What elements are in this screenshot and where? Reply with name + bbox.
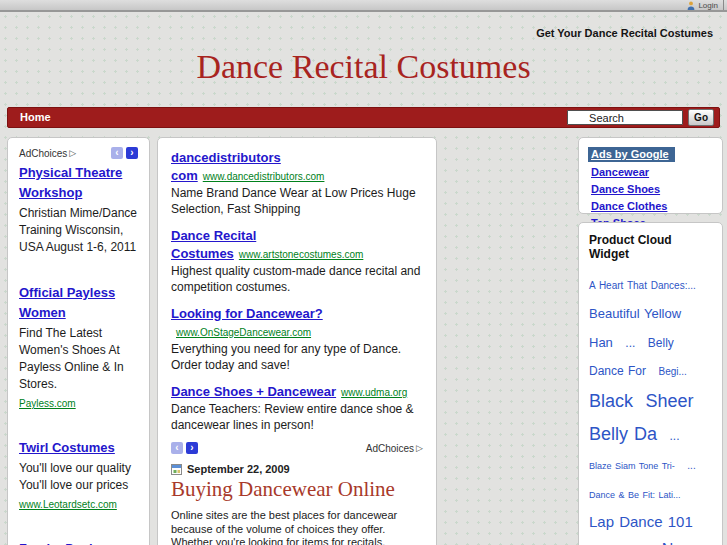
center-ad: Looking for Dancewear?www.OnStageDancewe… [171, 304, 423, 373]
center-ad: dancedistributors comwww.dancedistributo… [171, 148, 423, 217]
center-ad-url-link[interactable]: www.dancedistributors.com [203, 171, 325, 182]
post-date: September 22, 2009 [187, 463, 290, 475]
product-cloud-link[interactable]: Dance & Be Fit: Lati... [589, 490, 681, 500]
ads-by-google-panel: Ads by Google DancewearDance ShoesDance … [578, 137, 723, 214]
center-ad-description: Highest quality custom-made dance recita… [171, 263, 423, 295]
prev-arrow-button[interactable]: ‹ [171, 442, 183, 454]
adchoices-icon: ▷ [69, 148, 76, 158]
blog-post: September 22, 2009 Buying Dancewear Onli… [171, 463, 423, 545]
google-ad-link[interactable]: Dancewear [591, 164, 713, 181]
adchoices-icon: ▷ [416, 443, 423, 453]
center-ad-title-link[interactable]: Dance Shoes + Dancewear [171, 384, 336, 399]
center-ad: Dance Recital Costumeswww.artstonecostum… [171, 226, 423, 295]
product-cloud-links: A Heart That Dances:... Beautiful Yellow… [589, 270, 712, 545]
prev-arrow-button[interactable]: ‹ [111, 147, 123, 159]
center-ad-url-link[interactable]: www.artstonecostumes.com [239, 249, 364, 260]
left-ad-arrows: ‹ › [111, 147, 138, 159]
left-ad: Twirl CostumesYou'll love our quality Yo… [19, 438, 138, 512]
adchoices-label: AdChoices [19, 148, 67, 159]
main-content-panel: dancedistributors comwww.dancedistributo… [157, 137, 437, 545]
product-cloud-link[interactable]: Blaze Siam Tone Tri- [589, 461, 675, 471]
site-tagline: Get Your Dance Recital Costumes [536, 27, 713, 39]
post-body: Online sites are the best places for dan… [171, 509, 423, 545]
center-ads-list: dancedistributors comwww.dancedistributo… [171, 148, 423, 433]
center-ad-description: Name Brand Dance Wear at Low Prices Huge… [171, 185, 423, 217]
center-ad-arrows: ‹ › [171, 442, 198, 454]
center-ad-header: Dance Shoes + Dancewearwww.udma.org [171, 382, 423, 400]
ads-by-google-header: Ads by Google [588, 147, 675, 162]
nav-search-area: Go [567, 109, 714, 126]
login-button[interactable]: Login [687, 0, 724, 10]
site-title: Dance Recital Costumes [0, 48, 727, 86]
google-ad-link[interactable]: Dance Shoes [591, 181, 713, 198]
product-cloud-link[interactable]: ... [625, 336, 635, 350]
product-cloud-link[interactable]: ... [687, 460, 695, 471]
next-arrow-button[interactable]: › [126, 147, 138, 159]
center-ad-description: Dance Teachers: Review entire dance shoe… [171, 401, 423, 433]
center-ad-description: Everything you need for any type of Danc… [171, 341, 423, 373]
nav-home-link[interactable]: Home [20, 108, 51, 127]
left-ad: Physical Theatre WorkshopChristian Mime/… [19, 163, 138, 256]
left-ad-title-link[interactable]: Twirl Costumes [19, 438, 138, 458]
product-cloud-link[interactable]: A Heart That Dances:... [589, 280, 696, 291]
left-ad-url-link[interactable]: Payless.com [19, 398, 76, 409]
left-ad-description: You'll love our quality You'll love our … [19, 460, 138, 494]
post-body-text: Online sites are the best places for dan… [171, 509, 413, 545]
product-cloud-link[interactable]: Begi... [658, 366, 686, 377]
left-ads-list: Physical Theatre WorkshopChristian Mime/… [19, 163, 138, 545]
product-cloud-link[interactable]: Black [589, 391, 633, 411]
nav-go-button[interactable]: Go [688, 109, 714, 126]
main-nav: Home Go [7, 107, 720, 128]
left-ad: Official Payless WomenFind The Latest Wo… [19, 283, 138, 411]
next-arrow-button[interactable]: › [186, 442, 198, 454]
left-ad-title-link[interactable]: Official Payless Women [19, 283, 138, 323]
adchoices-link[interactable]: AdChoices ▷ [366, 443, 423, 454]
post-date-row: September 22, 2009 [171, 463, 423, 475]
product-cloud-link[interactable]: New [662, 541, 694, 545]
center-ad-url-link[interactable]: www.udma.org [341, 387, 407, 398]
center-ad-header: Dance Recital Costumeswww.artstonecostum… [171, 226, 423, 262]
center-ad-header: dancedistributors comwww.dancedistributo… [171, 148, 423, 184]
left-ad-url-link[interactable]: www.Leotardsetc.com [19, 499, 117, 510]
adchoices-label: AdChoices [366, 443, 414, 454]
user-icon [687, 1, 695, 10]
left-ad-description: Find The Latest Women's Shoes At Payless… [19, 325, 138, 393]
left-ad-title-link[interactable]: Physical Theatre Workshop [19, 163, 138, 203]
post-title[interactable]: Buying Dancewear Online [171, 477, 423, 502]
left-ad-title-link[interactable]: Zumba Deals [19, 539, 138, 545]
center-ad-url-link[interactable]: www.OnStageDancewear.com [176, 327, 311, 338]
product-cloud-header: Product Cloud Widget [589, 233, 712, 261]
left-ad-description: Christian Mime/Dance Training Wisconsin,… [19, 205, 138, 256]
center-ad-title-link[interactable]: Looking for Dancewear? [171, 306, 323, 321]
left-ads-panel: AdChoices ▷ ‹ › Physical Theatre Worksho… [7, 137, 150, 545]
login-label: Login [698, 1, 718, 10]
center-ad: Dance Shoes + Dancewearwww.udma.orgDance… [171, 382, 423, 433]
center-ad-header: Looking for Dancewear?www.OnStageDancewe… [171, 304, 423, 340]
nav-search-input[interactable] [567, 110, 683, 125]
center-adchoices-row: ‹ › AdChoices ▷ [171, 442, 423, 454]
product-cloud-panel: Product Cloud Widget A Heart That Dances… [578, 222, 723, 545]
adchoices-link[interactable]: AdChoices ▷ [19, 148, 76, 159]
calendar-icon [171, 464, 182, 475]
top-login-bar: Login [0, 0, 727, 12]
page: Login Get Your Dance Recital Costumes Da… [0, 0, 727, 545]
product-cloud-link[interactable]: ... [669, 429, 679, 443]
google-ad-link[interactable]: Dance Clothes [591, 198, 713, 215]
left-adchoices-row: AdChoices ▷ ‹ › [19, 147, 138, 159]
left-ad: Zumba DealsSave Up To 80% With Local Mer… [19, 539, 138, 545]
